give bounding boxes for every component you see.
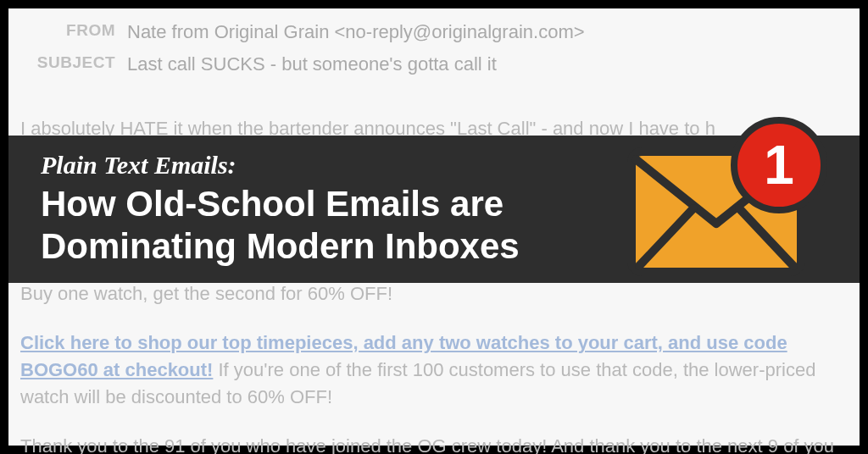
envelope-graphic: 1 xyxy=(627,100,824,310)
kicker: Plain Text Emails: xyxy=(41,151,520,180)
notification-badge: 1 xyxy=(731,117,827,213)
badge-count: 1 xyxy=(764,138,794,192)
subject-label: SUBJECT xyxy=(20,51,127,78)
email-subject-row: SUBJECT Last call SUCKS - but someone's … xyxy=(20,51,848,78)
headline-line-2: Dominating Modern Inboxes xyxy=(41,226,520,266)
email-from-row: FROM Nate from Original Grain <no-reply@… xyxy=(20,19,848,46)
body-cta: Click here to shop our top timepieces, a… xyxy=(20,329,848,411)
body-line-7: Thank you to the 91 of you who have join… xyxy=(20,433,848,454)
headline: How Old-School Emails are Dominating Mod… xyxy=(41,183,520,267)
promo-card: FROM Nate from Original Grain <no-reply@… xyxy=(0,0,868,454)
subject-value: Last call SUCKS - but someone's gotta ca… xyxy=(127,51,497,78)
headline-line-1: How Old-School Emails are xyxy=(41,184,504,224)
overlay-text: Plain Text Emails: How Old-School Emails… xyxy=(41,151,520,267)
from-label: FROM xyxy=(20,19,127,46)
from-value: Nate from Original Grain <no-reply@origi… xyxy=(127,19,585,46)
